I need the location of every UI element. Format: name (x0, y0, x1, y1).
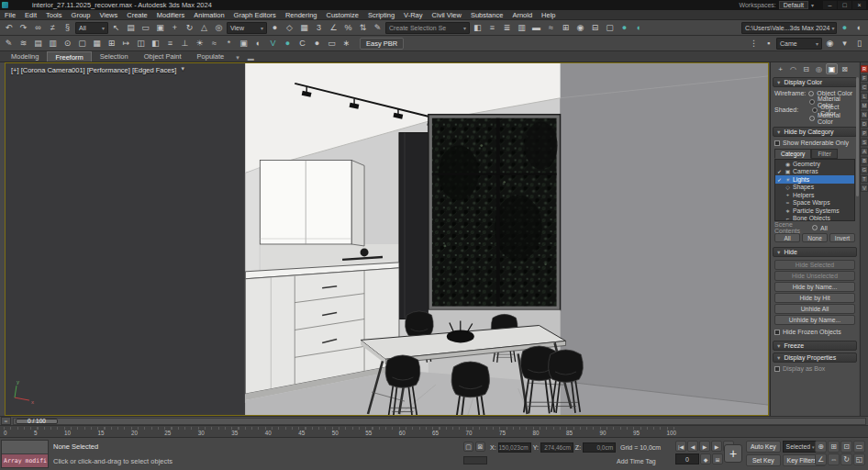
menu-customize[interactable]: Customize (321, 11, 362, 19)
corona-settings-icon[interactable]: ● (310, 37, 324, 50)
current-frame-field[interactable]: 0 (675, 453, 699, 464)
select-by-name-icon[interactable]: ▤ (124, 21, 138, 35)
mini-listener-icon[interactable]: ≋ (17, 37, 30, 50)
menu-edit[interactable]: Edit (20, 11, 41, 19)
rendered-frame-window-icon[interactable]: ▢ (603, 21, 617, 35)
select-and-scale-icon[interactable]: △ (197, 21, 211, 35)
category-lights[interactable]: ✓ ☀ Lights (775, 175, 854, 184)
display-color-header[interactable]: ▼ Display Color (773, 77, 857, 87)
align-icon[interactable]: ≡ (485, 21, 499, 35)
vray-sphere-icon[interactable]: S (861, 139, 868, 146)
zoom-region-icon[interactable]: ▭ (853, 441, 865, 453)
time-configuration-button[interactable]: ⊞ (712, 453, 723, 464)
corona-frame-buffer-icon[interactable]: C (295, 37, 309, 50)
menu-group[interactable]: Group (67, 11, 95, 19)
select-and-manipulate-icon[interactable]: ◇ (283, 21, 296, 35)
toolbar-grip-icon[interactable]: ⋮ (747, 37, 761, 50)
y-coordinate-field[interactable]: 274,46cm (540, 442, 573, 453)
hide-header[interactable]: ▼ Hide (773, 247, 857, 257)
scene-script-icon[interactable]: ✎ (2, 37, 16, 50)
maxscript-line[interactable]: Array modifi (2, 454, 48, 467)
render-presets-icon[interactable]: ◐ (251, 37, 265, 50)
isolate-selection-toggle-icon[interactable]: ▢ (463, 442, 473, 452)
category-invert-button[interactable]: Invert (829, 233, 855, 242)
ribbon-caret-icon[interactable]: ▾ (232, 54, 243, 62)
selection-lock-toggle-icon[interactable]: ⊠ (475, 442, 485, 452)
category-particle-systems[interactable]: ✓ ∗ Particle Systems (775, 207, 854, 215)
select-and-move-icon[interactable]: + (168, 21, 182, 35)
key-mode-toggle-button[interactable]: ◆ (700, 453, 711, 464)
hide-selected-button[interactable]: Hide Selected (774, 260, 855, 270)
camera-select-icon[interactable]: ▾ (838, 37, 851, 50)
vray-material-icon[interactable]: M (861, 102, 868, 109)
display-as-box-checkbox[interactable] (774, 366, 780, 372)
spinner-snap-icon[interactable]: ⇅ (356, 21, 370, 35)
spacing-tool-icon[interactable]: ↦ (119, 37, 133, 50)
show-renderable-only-checkbox[interactable] (774, 140, 780, 146)
menu-file[interactable]: File (0, 11, 20, 19)
menu-tools[interactable]: Tools (41, 11, 67, 19)
reference-coordinate-dropdown[interactable]: View ▾ (227, 22, 267, 34)
wireframe-material-color-radio[interactable] (809, 99, 815, 105)
effects-dialog-icon[interactable]: * (222, 37, 236, 50)
bind-to-space-warp-icon[interactable]: § (61, 21, 74, 35)
vray-proxy-icon[interactable]: P (861, 129, 868, 137)
maxscript-mini-listener[interactable]: Array modifi (1, 440, 49, 468)
category-tab-category[interactable]: Category (774, 149, 811, 159)
utilities-tab[interactable]: ⊠ (839, 63, 851, 74)
mirror-icon[interactable]: ◧ (471, 21, 484, 35)
select-and-link-icon[interactable]: ∞ (31, 21, 45, 35)
display-floater-icon[interactable]: ▢ (75, 37, 89, 50)
easy-pbr-button[interactable]: Easy PBR (360, 38, 404, 50)
viewport-label[interactable]: [+] [Corona Camera001] [Performance] [Ed… (11, 66, 185, 74)
wireframe-object-color-radio[interactable] (808, 91, 814, 96)
macro-recorder-line[interactable] (2, 441, 48, 454)
ribbon-tab-modeling[interactable]: Modeling (4, 51, 46, 62)
keyboard-shortcut-override-icon[interactable]: ▦ (297, 21, 311, 35)
toggle-scene-explorer-icon[interactable]: ≣ (500, 21, 514, 35)
toggle-layer-explorer-icon[interactable]: ▥ (515, 21, 529, 35)
place-highlight-icon[interactable]: ☀ (193, 37, 206, 50)
undo-icon[interactable]: ↶ (2, 21, 16, 35)
select-and-rotate-icon[interactable]: ↻ (183, 21, 196, 35)
category-all-button[interactable]: All (774, 233, 800, 242)
category-helpers[interactable]: ✓ + Helpers (775, 191, 854, 199)
x-coordinate-field[interactable]: 150,023cm (498, 442, 531, 453)
target-weld-icon[interactable]: ▪ (762, 37, 775, 50)
viewport-filter-icon[interactable]: ▼ (180, 66, 185, 74)
ribbon-collapse-icon[interactable]: ▬ (244, 55, 258, 62)
category-geometry[interactable]: ✓ ◉ Geometry (775, 160, 854, 168)
motion-tab[interactable]: ◎ (813, 63, 825, 74)
menu-modifiers[interactable]: Modifiers (152, 11, 189, 19)
isolate-selection-icon[interactable]: ⊙ (61, 37, 74, 50)
menu-rendering[interactable]: Rendering (281, 11, 322, 19)
angle-snap-icon[interactable]: ∠ (327, 21, 340, 35)
menu-arnold[interactable]: Arnold (507, 11, 537, 19)
modify-tab[interactable]: ◠ (787, 63, 799, 74)
vray-node-icon[interactable]: N (861, 111, 868, 118)
vray-toolbar-a-icon[interactable]: A (861, 148, 868, 155)
menu-substance[interactable]: Substance (466, 11, 507, 19)
create-tab[interactable]: + (774, 63, 786, 74)
menu-graph-editors[interactable]: Graph Editors (229, 11, 281, 19)
hide-unselected-button[interactable]: Hide Unselected (774, 271, 855, 281)
schematic-view-icon[interactable]: ⊞ (559, 21, 573, 35)
vray-toolbar-t-icon[interactable]: T (861, 175, 868, 183)
menu-animation[interactable]: Animation (189, 11, 228, 19)
add-time-tag[interactable]: Add Time Tag (617, 458, 656, 464)
unhide-by-name-button[interactable]: Unhide by Name... (774, 315, 855, 325)
array-tool-icon[interactable]: ⊞ (105, 37, 118, 50)
maximize-viewport-toggle-icon[interactable]: ◱ (853, 453, 865, 465)
category-tab-filter[interactable]: Filter (811, 149, 837, 159)
workspace-selector[interactable]: Workspaces: Default ▾ (739, 1, 814, 9)
viewport-layout-icon[interactable]: ▯ (852, 37, 866, 50)
render-shortcut-icon[interactable]: ● (838, 21, 851, 35)
render-iterative-icon[interactable]: ◐ (632, 21, 646, 35)
material-editor-icon[interactable]: ◉ (573, 21, 587, 35)
hide-frozen-objects-checkbox[interactable] (774, 330, 780, 335)
menu-v-ray[interactable]: V-Ray (399, 11, 427, 19)
window-crossing-icon[interactable]: ▣ (153, 21, 167, 35)
zoom-all-icon[interactable]: ⊞ (828, 441, 840, 453)
scene-explorer-2-icon[interactable]: ▥ (46, 37, 60, 50)
set-key-button[interactable]: Set Key (746, 454, 781, 466)
